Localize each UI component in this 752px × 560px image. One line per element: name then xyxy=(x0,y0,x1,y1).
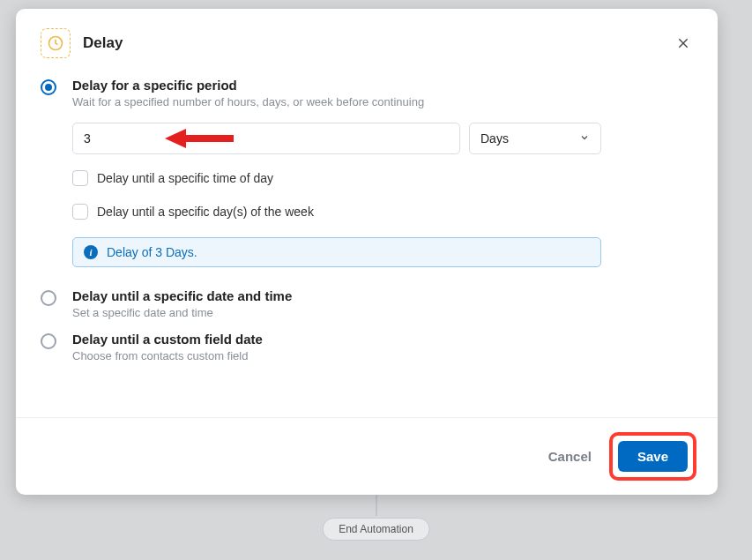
option-desc: Set a specific date and time xyxy=(72,306,693,319)
delay-modal: Delay Delay for a specific period Wait f… xyxy=(16,9,718,495)
chevron-down-icon xyxy=(579,131,590,146)
checkbox-label: Delay until a specific time of day xyxy=(97,171,273,185)
checkbox[interactable] xyxy=(72,204,88,220)
option-custom-field[interactable]: Delay until a custom field date Choose f… xyxy=(41,332,693,362)
checkbox-label: Delay until a specific day(s) of the wee… xyxy=(97,205,314,219)
period-inputs: Days xyxy=(72,123,601,154)
modal-title: Delay xyxy=(83,34,674,52)
checkbox[interactable] xyxy=(72,170,88,186)
cancel-button[interactable]: Cancel xyxy=(543,442,597,471)
save-button[interactable]: Save xyxy=(618,441,688,472)
delay-amount-input[interactable] xyxy=(72,123,460,154)
option-specific-period[interactable]: Delay for a specific period Wait for a s… xyxy=(41,78,693,108)
end-automation-pill[interactable]: End Automation xyxy=(322,518,430,541)
clock-icon xyxy=(41,28,71,58)
option-title: Delay until a custom field date xyxy=(72,332,693,347)
option-title: Delay for a specific period xyxy=(72,78,693,93)
modal-body: Delay Delay for a specific period Wait f… xyxy=(16,9,718,417)
check-day-of-week[interactable]: Delay until a specific day(s) of the wee… xyxy=(72,204,693,220)
option-desc: Wait for a specified number of hours, da… xyxy=(72,95,693,108)
info-icon: i xyxy=(84,245,98,259)
option-desc: Choose from contacts custom field xyxy=(72,349,693,362)
option-title: Delay until a specific date and time xyxy=(72,288,693,303)
radio-custom-field[interactable] xyxy=(41,333,56,349)
radio-specific-period[interactable] xyxy=(41,79,56,95)
radio-specific-datetime[interactable] xyxy=(41,290,56,306)
delay-summary-info: i Delay of 3 Days. xyxy=(72,237,601,267)
save-highlight: Save xyxy=(609,432,696,481)
close-icon[interactable] xyxy=(674,34,693,53)
modal-header: Delay xyxy=(41,28,693,58)
flow-connector xyxy=(376,494,376,516)
check-time-of-day[interactable]: Delay until a specific time of day xyxy=(72,170,693,186)
delay-unit-value: Days xyxy=(480,131,509,146)
modal-footer: Cancel Save xyxy=(16,417,718,495)
delay-unit-select[interactable]: Days xyxy=(469,123,601,154)
option-specific-datetime[interactable]: Delay until a specific date and time Set… xyxy=(41,288,693,319)
info-text: Delay of 3 Days. xyxy=(107,245,197,259)
